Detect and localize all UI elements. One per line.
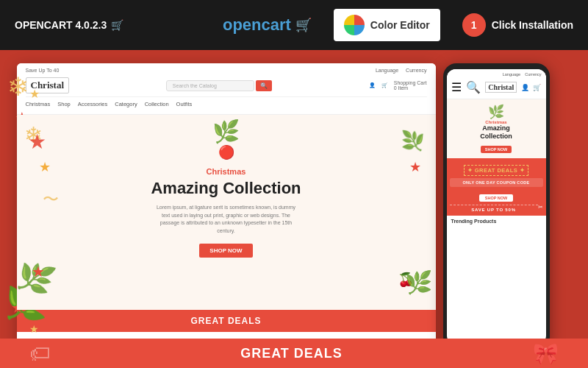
nav-christmas[interactable]: Christmas <box>26 101 51 107</box>
hero-branch-right-bottom: 🌿 <box>405 269 432 295</box>
bg-snowflake-deco: ❄ <box>7 72 29 102</box>
user-icon: 👤 <box>369 82 376 88</box>
mobile-preview: Language Currency ☰ 🔍 Christal 👤 🛒 🌿 Chr… <box>443 63 550 350</box>
opencart-version-badge: OPENCART 4.0.2.3 🛒 <box>15 19 123 31</box>
mobile-hero: 🌿 Christmas Amazing Collection SHOP NOW <box>447 99 546 158</box>
mobile-header: Language Currency ☰ 🔍 Christal 👤 🛒 <box>447 69 546 99</box>
opencart-cart-symbol: 🛒 <box>295 17 312 33</box>
hero-star-left2: ★ <box>39 159 51 175</box>
store-cart-area: 👤 🛒 Shopping Cart 0 Item <box>369 80 427 91</box>
color-editor-icon <box>344 15 365 35</box>
mobile-search-icon: 🔍 <box>466 80 481 94</box>
desktop-preview: Save Up To 40 Language Currency Christal… <box>17 63 436 350</box>
one-click-icon: 1 <box>462 13 486 37</box>
top-bar-center: opencart 🛒 Color Editor 1 Click Installa… <box>223 9 573 41</box>
hero-spiral-deco: 〜 <box>43 188 59 210</box>
mobile-hamburger-icon: ☰ <box>451 80 462 94</box>
hero-star-bottom-left: ★ <box>32 263 45 280</box>
mobile-cart-icon: 🛒 <box>533 84 541 91</box>
cart-info: Shopping Cart 0 Item <box>394 80 427 91</box>
opencart-version-text: OPENCART 4.0.2.3 <box>15 19 107 31</box>
nav-category[interactable]: Category <box>115 101 137 107</box>
mobile-hero-title-line1: Amazing <box>482 124 510 132</box>
mobile-save-row: SAVE UP TO 50% ✂ <box>450 203 543 212</box>
hero-title-text: Amazing Collection <box>151 179 301 197</box>
mobile-coupon-text: ONLY ONE DAY COUPON CODE <box>453 180 540 185</box>
one-click-label: Click Installation <box>492 19 573 32</box>
mobile-save-text: SAVE UP TO 50% <box>450 205 538 212</box>
nav-collection[interactable]: Collection <box>145 101 169 107</box>
cart-icon-badge: 🛒 <box>111 19 123 31</box>
mobile-language: Language <box>503 72 520 77</box>
color-editor-label: Color Editor <box>370 19 430 31</box>
hero-branch-right: 🌿 <box>401 130 425 152</box>
store-search-button[interactable]: 🔍 <box>256 80 272 91</box>
mobile-coupon-box: ONLY ONE DAY COUPON CODE <box>450 178 543 187</box>
mobile-action-icons: 👤 🛒 <box>521 84 541 91</box>
mobile-deals-section: ✦ GREAT DEALS ✦ ONLY ONE DAY COUPON CODE… <box>447 158 546 216</box>
hero-subtitle: Christmas <box>151 167 301 176</box>
hero-ornament: 🔴 <box>218 144 234 160</box>
color-editor-badge: Color Editor <box>334 9 440 41</box>
nav-outfits[interactable]: Outfits <box>176 101 193 107</box>
cart-icon: 🛒 <box>381 82 388 88</box>
store-header: Save Up To 40 Language Currency Christal… <box>17 63 436 115</box>
mobile-shop-deals-btn[interactable]: SHOP NOW <box>479 194 513 202</box>
bottom-tag-icon: 🏷 <box>29 342 50 366</box>
nav-accessories[interactable]: Accessories <box>78 101 107 107</box>
bottom-bow-icon: 🎀 <box>533 342 559 366</box>
store-search-input[interactable]: Search the Catalog <box>166 80 254 91</box>
hero-star-right: ★ <box>409 159 421 175</box>
mobile-logo: Christal <box>485 82 517 93</box>
language-label: Language <box>376 68 398 73</box>
mobile-screen: Language Currency ☰ 🔍 Christal 👤 🛒 🌿 Chr… <box>447 69 546 344</box>
mobile-shop-now[interactable]: SHOP NOW <box>481 146 512 153</box>
store-top-strip: Save Up To 40 Language Currency <box>26 66 427 74</box>
store-hero: ❄ ★ ★ 🌿 🔴 〜 🌿 ★ 🌿 ★ 🍒 🌿 Christmas Amazin… <box>17 115 436 310</box>
nav-shop[interactable]: Shop <box>57 101 71 107</box>
mobile-scissors-icon: ✂ <box>538 204 543 210</box>
bg-star-bottom-gold: ★ <box>29 323 39 335</box>
one-click-num: 1 <box>471 19 477 31</box>
main-content: ❄ ★ ★ 🌿 ★ ★ Save Up To 40 Language Curre… <box>0 50 588 368</box>
mobile-top-strip: Language Currency <box>451 72 542 77</box>
mobile-hero-title: Amazing Collection <box>450 124 543 141</box>
opencart-logo-text: opencart <box>223 15 291 35</box>
store-bottom-bar: GREAT DEALS <box>17 310 436 332</box>
shop-now-button[interactable]: SHOP NOW <box>199 244 252 258</box>
opencart-logo: opencart 🛒 <box>223 15 312 35</box>
mobile-user-icon: 👤 <box>521 84 529 91</box>
mobile-deals-title: ✦ GREAT DEALS ✦ <box>464 165 529 176</box>
mobile-trending-section: Trending Products <box>447 216 546 227</box>
one-click-installation-badge: 1 Click Installation <box>462 13 573 37</box>
bottom-bar: 🏷 GREAT DEALS 🎀 <box>0 339 588 368</box>
hero-description: Lorem ipsum, at ligature serit is someti… <box>153 204 300 235</box>
lang-currency-strip: Language Currency <box>376 68 427 73</box>
hero-star-left: ★ <box>28 130 46 154</box>
cart-label: Shopping Cart <box>394 80 427 85</box>
mobile-trending-title: Trending Products <box>451 219 542 224</box>
hero-title: Amazing Collection <box>151 179 301 198</box>
hero-text: Christmas Amazing Collection Lorem ipsum… <box>151 167 301 258</box>
mobile-pine-deco: 🌿 <box>450 104 543 120</box>
store-great-deals-text: GREAT DEALS <box>190 316 261 326</box>
currency-label: Currency <box>406 68 426 73</box>
store-nav-main: Christal Search the Catalog 🔍 👤 🛒 Shoppi… <box>26 74 427 96</box>
hero-pine-top: 🌿 <box>212 118 240 144</box>
store-search-area: Search the Catalog 🔍 <box>166 80 272 91</box>
mobile-currency: Currency <box>525 72 541 77</box>
mobile-hero-title-line2: Collection <box>480 132 512 140</box>
mobile-nav: ☰ 🔍 Christal 👤 🛒 <box>451 79 542 96</box>
top-bar: OPENCART 4.0.2.3 🛒 opencart 🛒 Color Edit… <box>0 0 588 50</box>
save-label: Save Up To 40 <box>26 68 60 73</box>
cart-items: 0 Item <box>394 85 427 91</box>
store-nav-menu: Christmas Shop Accessories Category Coll… <box>26 96 427 111</box>
one-click-text-block: Click Installation <box>492 19 573 32</box>
bg-star-gold-deco: ★ <box>29 87 40 101</box>
bottom-great-deals-text: GREAT DEALS <box>240 346 343 361</box>
